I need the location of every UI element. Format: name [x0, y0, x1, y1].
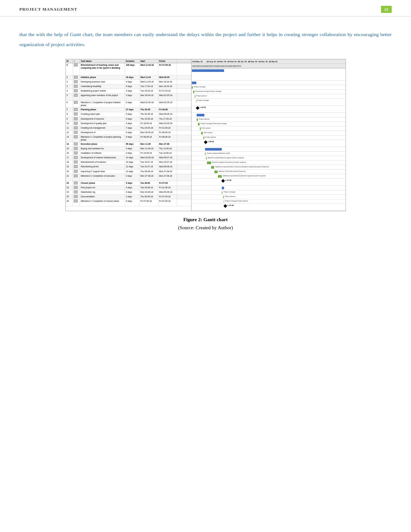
gantt-task-bar: [193, 91, 194, 93]
gantt-row: 4Establishing project charter4 daysTue 2…: [66, 89, 191, 94]
gantt-row: 23Post project rev4 daysTue 28-08-18Fri …: [66, 186, 191, 190]
gantt-bar-row: Project planner: [191, 195, 346, 199]
gantt-task-bar: [196, 100, 196, 102]
gantt-phase-bar: [205, 148, 222, 151]
header-task-name: Task Name: [80, 59, 125, 63]
resource-label: Project manager: [194, 86, 206, 88]
gantt-bar-row: [191, 147, 346, 152]
gantt-row: 25Documentation2 daysThu 06-09-18Fri 07-…: [66, 195, 191, 199]
gantt-bar-row: ⬥ 02-05: [191, 106, 346, 113]
gantt-task-bar: [222, 191, 222, 194]
time-label-5: |02 Jun '19: [238, 61, 247, 63]
header-id: ID: [66, 59, 73, 63]
gantt-bar-row: Network engineer,Site planner,System eng…: [191, 161, 346, 165]
gantt-left-panel: ID ● Task Name Duration Start Finish 0Re…: [66, 59, 191, 211]
gantt-task-bar: [203, 136, 204, 139]
gantt-row: 7Planning phase27 daysThu 03-05Fri 08-06: [66, 108, 191, 112]
gantt-task-bar: [197, 118, 198, 121]
gantt-bar-row: System engineer,Material cost[1]: [191, 152, 346, 156]
gantt-header: ID ● Task Name Duration Start Finish: [66, 59, 191, 63]
time-label-4: |24 Feb '19: [228, 61, 237, 63]
gantt-bar-row: ⬥ 27-08: [191, 179, 346, 186]
resource-label: Project manager,Finanacial manager: [201, 123, 227, 124]
paragraph: that the with the help of Gantt chart, t…: [19, 29, 392, 49]
body-text: that the with the help of Gantt chart, t…: [0, 16, 411, 56]
time-label-3: |18 Nov '18: [217, 61, 226, 63]
gantt-task-bar: [198, 123, 200, 125]
time-label-7: |15 Dec '19: [259, 61, 268, 63]
milestone-label: ⬥ 02-05: [200, 106, 206, 108]
gantt-row: 2Developing business case4 daysWed 11-04…: [66, 80, 191, 84]
gantt-task-bar: [214, 171, 218, 173]
gantt-row: 6Milestone 1: Completion of project init…: [66, 101, 191, 108]
gantt-right-panel: 9 06 May '18 |12 Aug '18 |18 Nov '18 |24…: [191, 59, 346, 211]
gantt-phase-bar: [192, 69, 224, 72]
gantt-phase-bar: [222, 187, 224, 189]
gantt-time-row2: W|S|T|M|T|F|T|S|W|S|T|M|T|F|T|S|W|S|T|M|…: [191, 64, 346, 68]
gantt-row: 16Installation of software3 daysFri 15-0…: [66, 151, 191, 156]
gantt-row: 15Buying new hardware for4 daysMon 11-06…: [66, 147, 191, 151]
resource-label: Material cost[1],Site planner,Supervior: [219, 170, 246, 172]
gantt-row: 13Milestone 2: Completion of project pla…: [66, 135, 191, 142]
gantt-bar-row: Project manager: [191, 85, 346, 90]
gantt-task-bar: [211, 166, 214, 169]
resource-label: Project planner: [225, 195, 236, 197]
gantt-row: 24Stakeholder sig3 daysMon 03-09-18Wed 0…: [66, 190, 191, 195]
gantt-row: 10Development of quality plan4 daysFri 1…: [66, 122, 191, 126]
page-number: 22: [381, 6, 392, 13]
resource-label: Risk analyst: [202, 127, 210, 129]
gantt-task-bar: [223, 196, 223, 198]
gantt-task-bar: [224, 200, 224, 203]
resource-label: Project manager: [197, 99, 209, 101]
gantt-row: 17Development of network infrastructure1…: [66, 156, 191, 160]
gantt-bar-row: Risk analyst: [191, 131, 346, 135]
header-duration: Duration: [125, 59, 140, 63]
resource-label: Material cost[1],Network engineer,System…: [208, 157, 244, 159]
gantt-time-header: 9 06 May '18 |12 Aug '18 |18 Nov '18 |24…: [191, 59, 346, 68]
gantt-row: 9Development of resource6 daysThu 10-05-…: [66, 117, 191, 122]
gantt-row: 12Development of5 daysMon 04-06-18Fri 08…: [66, 131, 191, 135]
page-title: PROJECT MANAGEMENT: [19, 7, 77, 12]
resource-label: Project planner: [205, 136, 216, 138]
header-mode: ●: [73, 59, 80, 63]
gantt-section: ID ● Task Name Duration Start Finish 0Re…: [19, 59, 392, 211]
gantt-row: 20Improving IT support desk13 daysThu 09…: [66, 170, 191, 174]
gantt-row: 8Creating project plan5 daysThu 03-05-18…: [66, 112, 191, 117]
time-label-8: |22 Mar 20: [269, 61, 278, 63]
time-label-2: |12 Aug '18: [206, 61, 216, 63]
milestone-label: ⬥ 07-09: [227, 204, 234, 206]
resource-label: Finanacial manager,Project manager: [195, 90, 222, 92]
gantt-task-bar: [201, 132, 203, 134]
figure-source: (Source: Created by Author): [0, 225, 411, 231]
resource-label: System engineer,Material cost[1]: [207, 152, 230, 154]
figure-caption: Figure 2: Gantt chart: [0, 217, 411, 222]
gantt-bar-row: Project planner: [191, 117, 346, 122]
gantt-bar-row: Project manager: [191, 190, 346, 195]
milestone-diamond: [196, 106, 199, 110]
gantt-bar-row: ⬥ 08-06: [191, 140, 346, 147]
gantt-bar-row: Project manager: [191, 99, 346, 106]
resource-label: Network engineer,Site planner,System eng…: [212, 161, 246, 163]
resource-label: Additional expenditure[1],Constructor,Ma…: [215, 166, 269, 168]
gantt-bar-row: Finanacial manager,Project manager: [191, 90, 346, 94]
gantt-bar-row: [191, 186, 346, 190]
gantt-bar-row: [191, 81, 346, 85]
gantt-chart: ID ● Task Name Duration Start Finish 0Re…: [65, 59, 346, 211]
gantt-row: 22Closure phase9 daysTue 28-08Fri 07-09: [66, 181, 191, 186]
milestone-diamond: [221, 179, 225, 182]
resource-label: Project manager: [223, 191, 235, 193]
gantt-task-bar: [192, 86, 193, 89]
resource-label: Project planner: [196, 95, 207, 97]
gantt-phase-bar: [192, 82, 196, 84]
time-label-1: 9 06 May '18: [192, 61, 203, 63]
resource-label: Risk analyst: [204, 132, 212, 133]
gantt-row: 19Refurbishing all the12 daysTue 24-07-1…: [66, 165, 191, 169]
gantt-phase-bar: [197, 114, 204, 116]
header-finish: Finish: [158, 59, 177, 63]
gantt-bar-row: [191, 113, 346, 117]
milestone-label: ⬥ 27-08: [225, 179, 231, 181]
gantt-bar-row: Material cost[1],Network engineer,System…: [191, 156, 346, 161]
gantt-row: 5Appointing team members of the project3…: [66, 94, 191, 101]
milestone-label: ⬥ 08-06: [208, 141, 214, 143]
gantt-bar-row: Project manager,Project planner: [191, 199, 346, 204]
